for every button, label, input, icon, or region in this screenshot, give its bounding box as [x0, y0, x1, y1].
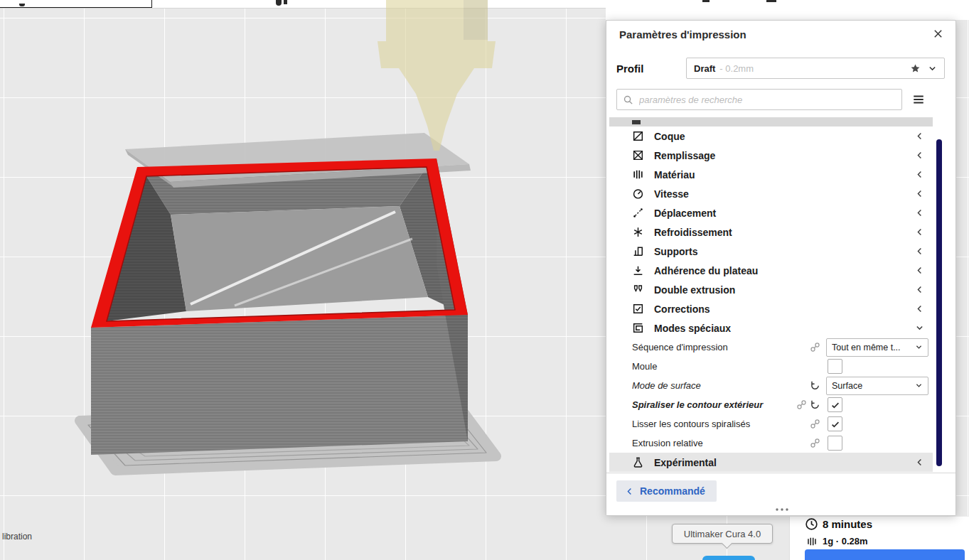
recommended-button[interactable]: Recommandé [616, 480, 717, 502]
chevron-left-icon [915, 304, 924, 313]
chevron-down-icon [915, 382, 923, 389]
clipped-category-row[interactable] [609, 117, 933, 126]
setting-label: Mode de surface [632, 380, 810, 391]
panel-drag-handle[interactable] [773, 506, 791, 513]
chevron-left-icon [915, 208, 924, 217]
category-row[interactable]: Expérimental [609, 453, 933, 472]
print-time-estimate: 8 minutes [823, 518, 872, 530]
category-row[interactable]: Corrections [609, 299, 933, 318]
chevron-left-icon [915, 151, 924, 160]
profile-variant: - 0.2mm [719, 63, 754, 74]
material-estimate: 1g · 0.28m [823, 536, 868, 546]
chevron-left-icon [915, 170, 924, 179]
revert-icon[interactable] [810, 399, 820, 410]
clipped-text-fragment [284, 0, 287, 4]
preview-action-button[interactable] [805, 549, 965, 560]
scrollbar[interactable] [936, 139, 942, 466]
search-row [606, 89, 955, 110]
clipped-text-fragment [766, 0, 776, 2]
recommended-label: Recommandé [640, 485, 705, 497]
setting-label: Spiraliser le contour extérieur [632, 399, 796, 410]
chevron-left-icon [915, 266, 924, 275]
category-row[interactable]: Adhérence du plateau [609, 261, 933, 280]
search-icon [623, 95, 633, 105]
toolbar-fragment-box [0, 0, 152, 8]
setting-checkbox[interactable] [828, 359, 842, 374]
setting-row: Spiraliser le contour extérieur [609, 395, 933, 414]
category-label: Coque [654, 131, 915, 142]
setting-row: Extrusion relative [609, 434, 933, 453]
favorite-star-icon[interactable] [910, 63, 921, 74]
category-row[interactable]: Vitesse [609, 184, 933, 203]
setting-label: Lisser les contours spiralisés [632, 419, 810, 429]
search-box[interactable] [616, 89, 902, 110]
category-label: Déplacement [654, 208, 915, 219]
cooling-icon [632, 226, 644, 238]
category-row[interactable]: Matériau [609, 165, 933, 184]
speed-icon [632, 188, 644, 200]
setting-label: Moule [632, 361, 820, 372]
profile-name: Draft [694, 63, 715, 74]
setting-checkbox[interactable] [828, 397, 842, 412]
profile-dropdown[interactable]: Draft - 0.2mm [686, 58, 945, 79]
chevron-left-icon [625, 487, 634, 496]
category-row[interactable]: Double extrusion [609, 280, 933, 299]
category-row[interactable]: Remplissage [609, 146, 933, 165]
category-row[interactable]: Coque [609, 126, 933, 146]
setting-dropdown[interactable]: Tout en même t... [826, 338, 928, 357]
header-area [606, 0, 969, 20]
check-icon [830, 419, 840, 429]
category-label: Refroidissement [654, 227, 915, 238]
clipped-text-fragment [702, 0, 710, 2]
link-icon[interactable] [796, 399, 807, 410]
profile-label: Profil [616, 63, 643, 75]
viewport-partial-text: libration [2, 532, 32, 542]
hamburger-menu-icon[interactable] [912, 93, 925, 106]
chevron-left-icon [915, 189, 924, 198]
category-label: Vitesse [654, 188, 915, 200]
chevron-left-icon [915, 227, 924, 237]
dual-extrusion-icon [632, 284, 644, 296]
travel-icon [632, 207, 644, 219]
chevron-down-icon [915, 343, 923, 351]
category-label: Corrections [654, 303, 915, 315]
print-job-panel: 8 minutes 1g · 0.28m [789, 516, 969, 560]
category-row[interactable]: Modes spéciaux [609, 318, 933, 338]
setting-row: Moule [609, 357, 933, 376]
setting-dropdown[interactable]: Surface [826, 377, 928, 395]
clipped-blue-button[interactable] [702, 556, 755, 560]
setting-label: Séquence d'impression [632, 342, 810, 352]
setting-checkbox[interactable] [828, 436, 842, 451]
panel-title: Paramètres d'impression [619, 28, 746, 41]
category-row[interactable]: Déplacement [609, 203, 933, 222]
dropdown-value: Tout en même t... [832, 343, 915, 352]
clipped-text-fragment [276, 0, 282, 6]
setting-label: Extrusion relative [632, 438, 810, 448]
settings-list: CoqueRemplissageMatériauVitesseDéplaceme… [606, 117, 955, 472]
link-icon[interactable] [810, 438, 820, 448]
chevron-left-icon [915, 131, 924, 141]
print-settings-panel: Paramètres d'impression Profil Draft - 0… [606, 20, 956, 516]
search-input[interactable] [638, 94, 896, 106]
infill-icon [632, 149, 644, 161]
category-row[interactable]: Refroidissement [609, 222, 933, 242]
category-label: Matériau [654, 169, 915, 181]
chevron-left-icon [915, 458, 924, 467]
category-label: Modes spéciaux [654, 323, 915, 334]
chevron-left-icon [915, 247, 924, 256]
setting-checkbox[interactable] [828, 416, 842, 431]
dropdown-value: Surface [832, 381, 915, 391]
category-label: Remplissage [654, 150, 915, 161]
experimental-icon [632, 456, 644, 468]
close-icon[interactable] [933, 28, 943, 39]
category-row[interactable]: Supports [609, 242, 933, 261]
setting-row: Lisser les contours spiralisés [609, 414, 933, 434]
toolbar-clipped [0, 0, 606, 9]
category-label: Supports [654, 246, 915, 257]
shell-icon [632, 130, 644, 142]
revert-icon[interactable] [810, 380, 820, 391]
adhesion-icon [632, 264, 644, 276]
link-icon[interactable] [810, 342, 820, 352]
chevron-down-icon [915, 323, 924, 333]
link-icon[interactable] [810, 419, 820, 429]
